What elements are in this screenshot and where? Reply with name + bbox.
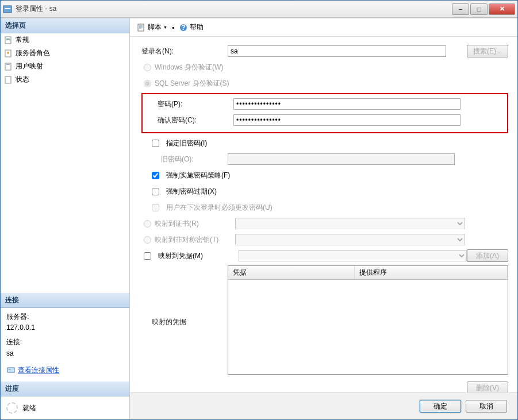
windows-auth-label: Windows 身份验证(W) xyxy=(155,63,223,72)
spinner-icon xyxy=(6,402,18,414)
login-name-input[interactable] xyxy=(228,45,446,57)
svg-point-6 xyxy=(7,52,9,54)
nav-label: 服务器角色 xyxy=(16,48,50,58)
svg-rect-11 xyxy=(9,369,11,369)
dialog-window: 登录属性 - sa – □ ✕ 选择页 常规 服务器角色 用户映射 xyxy=(0,0,518,420)
svg-rect-2 xyxy=(5,37,11,44)
nav-label: 状态 xyxy=(16,75,29,84)
sql-auth-radio xyxy=(144,80,151,87)
page-icon xyxy=(4,62,13,71)
grid-col-credential: 凭据 xyxy=(228,266,355,279)
script-icon xyxy=(137,23,146,32)
windows-auth-radio xyxy=(144,64,151,71)
svg-rect-7 xyxy=(5,63,11,70)
svg-rect-1 xyxy=(5,8,10,9)
content-area: 选择页 常规 服务器角色 用户映射 状态 xyxy=(1,18,517,419)
password-highlight-box: 密码(P): 确认密码(C): xyxy=(141,93,508,133)
login-properties-icon xyxy=(3,5,12,14)
asym-combo xyxy=(235,234,465,245)
old-password-input xyxy=(228,153,455,165)
must-change-label: 用户在下次登录时必须更改密码(U) xyxy=(166,203,273,213)
toolbar: 脚本 ▼ ▪ ? 帮助 xyxy=(130,18,517,37)
minimize-button[interactable]: – xyxy=(452,3,469,15)
remove-button: 删除(V) xyxy=(467,382,508,392)
login-name-label: 登录名(N): xyxy=(141,47,228,56)
page-icon xyxy=(4,36,13,45)
ok-button[interactable]: 确定 xyxy=(420,400,461,413)
page-icon xyxy=(4,75,13,84)
specify-old-password-label: 指定旧密码(I) xyxy=(166,138,207,148)
map-cert-label: 映射到证书(R) xyxy=(155,219,235,229)
maximize-button[interactable]: □ xyxy=(470,3,488,15)
specify-old-password-checkbox[interactable] xyxy=(152,140,159,147)
nav-item-server-roles[interactable]: 服务器角色 xyxy=(1,47,129,60)
help-label: 帮助 xyxy=(190,22,204,32)
cancel-button[interactable]: 取消 xyxy=(466,400,507,413)
page-nav-list: 常规 服务器角色 用户映射 状态 xyxy=(1,33,129,86)
svg-rect-3 xyxy=(6,38,10,38)
view-connection-props-link[interactable]: 查看连接属性 xyxy=(6,365,124,376)
enforce-expiration-label: 强制密码过期(X) xyxy=(166,187,217,196)
old-password-label: 旧密码(O): xyxy=(141,155,228,164)
progress-section: 就绪 xyxy=(1,396,129,419)
svg-rect-8 xyxy=(6,64,10,65)
server-value: 127.0.0.1 xyxy=(6,322,124,333)
page-icon xyxy=(4,49,13,58)
nav-label: 常规 xyxy=(16,35,29,45)
window-title: 登录属性 - sa xyxy=(16,4,452,14)
main-panel: 脚本 ▼ ▪ ? 帮助 登录名(N): 搜索(E)... Windows 身份验… xyxy=(130,18,517,419)
svg-rect-4 xyxy=(6,39,10,40)
window-controls: – □ ✕ xyxy=(452,3,515,15)
must-change-checkbox xyxy=(152,204,159,211)
grid-header: 凭据 提供程序 xyxy=(228,266,508,280)
nav-item-user-mapping[interactable]: 用户映射 xyxy=(1,60,129,73)
map-cert-radio xyxy=(144,220,151,228)
enforce-policy-checkbox[interactable] xyxy=(152,172,159,179)
nav-item-general[interactable]: 常规 xyxy=(1,33,129,47)
help-button[interactable]: ? 帮助 xyxy=(176,21,206,33)
sql-auth-label: SQL Server 身份验证(S) xyxy=(155,79,229,88)
select-page-header: 选择页 xyxy=(1,18,129,33)
sidebar-spacer xyxy=(1,86,129,293)
toolbar-sep: ▪ xyxy=(172,24,174,32)
confirm-password-input[interactable] xyxy=(233,114,461,126)
view-connection-props-text: 查看连接属性 xyxy=(18,365,59,376)
help-icon: ? xyxy=(179,23,188,32)
svg-rect-12 xyxy=(138,24,144,31)
password-input[interactable] xyxy=(233,98,461,110)
server-label: 服务器: xyxy=(6,311,124,322)
mapped-credentials-label: 映射的凭据 xyxy=(141,317,228,327)
chevron-down-icon: ▼ xyxy=(163,25,167,29)
script-label: 脚本 xyxy=(148,22,162,32)
map-cred-checkbox[interactable] xyxy=(144,252,151,260)
add-button: 添加(A) xyxy=(467,249,508,262)
enforce-expiration-checkbox[interactable] xyxy=(152,188,159,195)
script-button[interactable]: 脚本 ▼ xyxy=(135,21,170,33)
nav-label: 用户映射 xyxy=(16,61,43,71)
connection-header: 连接 xyxy=(1,293,129,308)
cred-combo xyxy=(239,250,467,261)
svg-rect-9 xyxy=(5,76,11,83)
nav-item-status[interactable]: 状态 xyxy=(1,73,129,86)
title-bar[interactable]: 登录属性 - sa – □ ✕ xyxy=(1,1,517,18)
properties-icon xyxy=(6,365,16,375)
dialog-footer: 确定 取消 xyxy=(130,392,517,419)
map-asym-label: 映射到非对称密钥(T) xyxy=(155,235,235,245)
enforce-policy-label: 强制实施密码策略(F) xyxy=(166,171,230,180)
map-asym-radio xyxy=(144,236,151,244)
connection-label: 连接: xyxy=(6,337,124,348)
connection-info: 服务器: 127.0.0.1 连接: sa 查看连接属性 xyxy=(1,308,129,382)
close-button[interactable]: ✕ xyxy=(489,3,515,15)
svg-rect-10 xyxy=(7,368,14,372)
connection-value: sa xyxy=(6,348,124,359)
search-button[interactable]: 搜索(E)... xyxy=(467,45,508,57)
progress-header: 进度 xyxy=(1,382,129,396)
grid-col-provider: 提供程序 xyxy=(355,266,508,279)
svg-text:?: ? xyxy=(182,24,186,32)
map-cred-label: 映射到凭据(M) xyxy=(158,251,239,261)
confirm-password-label: 确认密码(C): xyxy=(147,115,233,125)
form-area: 登录名(N): 搜索(E)... Windows 身份验证(W) SQL Ser… xyxy=(130,37,517,392)
progress-status: 就绪 xyxy=(22,403,36,413)
password-label: 密码(P): xyxy=(147,99,233,109)
credentials-grid[interactable]: 凭据 提供程序 xyxy=(228,265,508,375)
